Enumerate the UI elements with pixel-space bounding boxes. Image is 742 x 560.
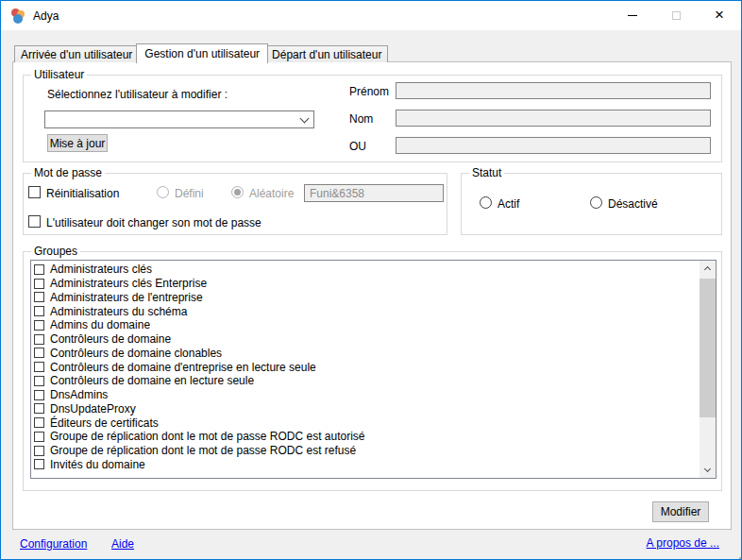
group-list-item[interactable]: Administrateurs clés Enterprise: [31, 277, 699, 291]
must-change-password-label: L'utilisateur doit changer son mot de pa…: [46, 216, 261, 229]
modifier-button[interactable]: Modifier: [652, 501, 709, 522]
group-list-item[interactable]: Invités du domaine: [31, 458, 699, 472]
minimize-icon: [628, 15, 637, 16]
scroll-down-button[interactable]: [700, 463, 716, 478]
statut-groupbox: Statut Actif Désactivé: [461, 173, 722, 235]
group-list-item[interactable]: Contrôleurs de domaine clonables: [31, 347, 699, 361]
group-label: Groupe de réplication dont le mot de pas…: [50, 444, 356, 457]
group-checkbox[interactable]: [34, 306, 44, 316]
group-list-item[interactable]: Groupe de réplication dont le mot de pas…: [31, 444, 699, 458]
group-checkbox[interactable]: [34, 390, 44, 400]
group-list-item[interactable]: Groupe de réplication dont le mot de pas…: [31, 430, 699, 444]
vertical-scrollbar[interactable]: [700, 261, 716, 478]
group-checkbox[interactable]: [34, 446, 44, 456]
utilisateur-groupbox-label: Utilisateur: [31, 68, 87, 81]
group-list-item[interactable]: Contrôleurs de domaine: [31, 332, 699, 347]
group-label: Contrôleurs de domaine en lecture seule: [50, 374, 254, 387]
group-label: DnsUpdateProxy: [50, 402, 136, 416]
utilisateur-groupbox: Utilisateur Sélectionnez l'utilisateur à…: [23, 75, 722, 162]
window-title: Adya: [33, 9, 59, 23]
group-list-item[interactable]: DnsAdmins: [31, 388, 699, 402]
group-checkbox[interactable]: [34, 348, 44, 358]
group-label: DnsAdmins: [50, 388, 108, 401]
tab-depart-utilisateur[interactable]: Départ d'un utilisateur: [265, 45, 388, 62]
group-label: Invités du domaine: [50, 458, 145, 471]
group-checkbox[interactable]: [34, 432, 44, 442]
group-list-item[interactable]: Contrôleurs de domaine en lecture seule: [31, 374, 699, 388]
maximize-icon: [672, 11, 681, 20]
group-list: Administrateurs clés Administrateurs clé…: [31, 263, 699, 471]
tab-arrivee-utilisateur[interactable]: Arrivée d'un utilisateur: [14, 45, 139, 62]
app-window: Adya × Arrivée d'un utilisateur Gestion …: [0, 0, 742, 560]
defini-label: Défini: [175, 187, 204, 200]
groups-listbox: Administrateurs clés Administrateurs clé…: [30, 260, 717, 479]
group-list-item[interactable]: Éditeurs de certificats: [31, 416, 699, 430]
ou-field: [396, 137, 711, 154]
mot-de-passe-groupbox-label: Mot de passe: [31, 166, 105, 179]
group-label: Admins du domaine: [50, 318, 150, 331]
actif-label: Actif: [497, 197, 519, 211]
chevron-down-icon: [704, 466, 711, 472]
group-list-item[interactable]: Administrateurs de l'entreprise: [31, 291, 699, 305]
group-checkbox[interactable]: [34, 292, 44, 302]
must-change-password-checkbox[interactable]: [28, 215, 41, 228]
reinitialisation-checkbox[interactable]: [28, 186, 41, 198]
minimize-button[interactable]: [611, 1, 654, 30]
scrollbar-thumb[interactable]: [700, 279, 716, 417]
group-checkbox[interactable]: [34, 334, 44, 345]
scroll-up-button[interactable]: [700, 261, 716, 276]
group-checkbox[interactable]: [34, 459, 44, 469]
tab-page-gestion: Utilisateur Sélectionnez l'utilisateur à…: [12, 61, 732, 530]
select-user-label: Sélectionnez l'utilisateur à modifier :: [47, 88, 228, 101]
prenom-field: [396, 82, 711, 99]
resize-grip-icon[interactable]: [735, 553, 737, 555]
window-controls: ×: [611, 1, 741, 30]
groupes-groupbox-label: Groupes: [31, 245, 80, 258]
group-label: Administrateurs clés Enterprise: [50, 277, 207, 290]
combo-chevron-down-icon[interactable]: [296, 111, 312, 127]
actif-radio[interactable]: [480, 196, 492, 209]
desactive-label: Désactivé: [608, 197, 658, 211]
group-list-item[interactable]: Contrôleurs de domaine d'entreprise en l…: [31, 360, 699, 374]
group-list-item[interactable]: Admins du domaine: [31, 318, 699, 332]
group-checkbox[interactable]: [34, 376, 44, 386]
mise-a-jour-button[interactable]: Mise à jour: [47, 134, 108, 152]
chevron-up-icon: [704, 266, 711, 273]
a-propos-link[interactable]: A propos de ...: [647, 536, 719, 550]
prenom-label: Prénom: [349, 85, 389, 98]
groupes-groupbox: Groupes Administrateurs clés Administrat…: [23, 251, 722, 491]
close-button[interactable]: ×: [698, 1, 741, 30]
user-combobox[interactable]: [44, 110, 314, 128]
group-list-item[interactable]: Administrateurs du schéma: [31, 304, 699, 318]
aleatoire-label: Aléatoire: [249, 187, 294, 200]
tab-bar: Arrivée d'un utilisateur Gestion d'un ut…: [14, 43, 388, 62]
desactive-radio[interactable]: [590, 196, 602, 209]
group-label: Contrôleurs de domaine clonables: [50, 347, 222, 360]
configuration-link[interactable]: Configuration: [20, 537, 87, 551]
statut-groupbox-label: Statut: [469, 166, 504, 179]
tab-gestion-utilisateur[interactable]: Gestion d'un utilisateur: [136, 43, 268, 63]
mot-de-passe-groupbox: Mot de passe Réinitialisation Défini Alé…: [23, 173, 447, 235]
group-list-item[interactable]: Administrateurs clés: [31, 263, 699, 277]
nom-field: [396, 110, 711, 127]
titlebar: Adya ×: [1, 1, 741, 30]
group-list-item[interactable]: DnsUpdateProxy: [31, 402, 699, 416]
reinitialisation-label: Réinitialisation: [46, 187, 119, 200]
group-checkbox[interactable]: [34, 320, 44, 331]
aide-link[interactable]: Aide: [111, 537, 134, 551]
maximize-button: [654, 1, 698, 30]
group-label: Groupe de réplication dont le mot de pas…: [50, 430, 365, 443]
group-label: Administrateurs du schéma: [50, 305, 187, 318]
group-checkbox[interactable]: [34, 403, 44, 414]
group-label: Administrateurs de l'entreprise: [50, 291, 203, 304]
group-label: Contrôleurs de domaine d'entreprise en l…: [50, 361, 316, 374]
group-checkbox[interactable]: [34, 279, 44, 289]
group-checkbox[interactable]: [34, 264, 44, 275]
ou-label: OU: [349, 140, 366, 153]
group-label: Administrateurs clés: [50, 263, 152, 276]
defini-radio: [157, 186, 169, 198]
aleatoire-radio: [231, 186, 244, 198]
password-field: Funi&6358: [304, 184, 444, 202]
group-checkbox[interactable]: [34, 417, 44, 428]
group-checkbox[interactable]: [34, 362, 44, 372]
